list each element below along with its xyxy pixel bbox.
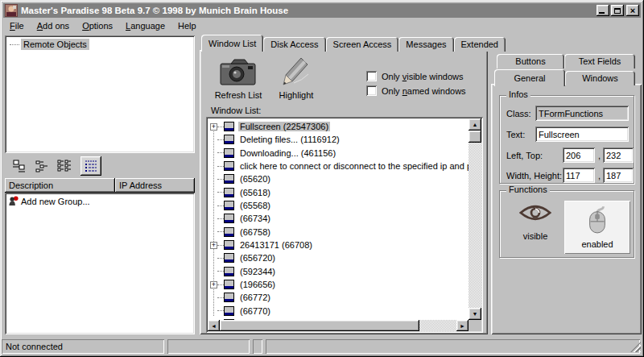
- tab-screen-access[interactable]: Screen Access: [326, 37, 399, 52]
- menu-file[interactable]: File: [3, 19, 31, 32]
- status-connection: Not connected: [2, 339, 164, 354]
- expand-plus-icon[interactable]: +: [210, 123, 217, 131]
- scroll-left-button[interactable]: ◄: [208, 320, 220, 331]
- eye-icon: [519, 204, 551, 222]
- status-bar: Not connected: [0, 338, 644, 355]
- tab-extended[interactable]: Extended: [454, 37, 506, 52]
- add-new-group-item[interactable]: Add new Group...: [8, 196, 195, 206]
- height-field[interactable]: [603, 168, 634, 183]
- window-list-row[interactable]: + (66758): [208, 226, 469, 239]
- maximize-button[interactable]: [611, 5, 624, 16]
- only-named-windows-checkbox[interactable]: Only named windows: [366, 85, 466, 96]
- details-view-button[interactable]: [80, 156, 101, 176]
- window-list-row[interactable]: + (65568): [208, 199, 469, 212]
- window-list-row[interactable]: + Deleting files... (1116912): [208, 133, 469, 146]
- tree-item-label: Remote Objects: [21, 39, 89, 50]
- window-list-row[interactable]: + Fullscreen (22547306): [208, 120, 469, 133]
- vertical-scroll-thumb[interactable]: [469, 131, 481, 143]
- app-window: Master's Paradise 98 Beta 9.7 © 1998 by …: [0, 0, 644, 357]
- list-view-button[interactable]: [55, 157, 74, 175]
- horizontal-scrollbar[interactable]: ◄ ►: [208, 320, 469, 331]
- highlight-button[interactable]: Highlight: [272, 53, 320, 100]
- vertical-scrollbar[interactable]: ▲ ▼: [469, 118, 481, 320]
- minimize-icon: [599, 12, 605, 14]
- infos-group: Infos Class: Text: Left, Top: , Width, H…: [499, 95, 634, 184]
- status-panel-2: [167, 339, 250, 354]
- group-list-header: Description IP Address: [5, 178, 195, 193]
- only-named-windows-label: Only named windows: [382, 86, 466, 96]
- functions-group-title: Functions: [506, 185, 550, 194]
- close-icon: ×: [630, 6, 635, 15]
- window-list-row[interactable]: + (65620): [208, 172, 469, 185]
- highlight-label: Highlight: [279, 90, 314, 100]
- window-list-row[interactable]: + 26413171 (66708): [208, 239, 469, 251]
- large-icons-button[interactable]: [10, 157, 29, 175]
- expand-plus-icon[interactable]: +: [210, 281, 217, 289]
- close-button[interactable]: ×: [626, 5, 639, 16]
- checkbox-box[interactable]: [366, 71, 377, 81]
- window-list-label: (65568): [238, 201, 272, 210]
- scroll-up-button[interactable]: ▲: [469, 118, 481, 131]
- tab-general[interactable]: General: [494, 69, 565, 86]
- tab-window-list[interactable]: Window List: [201, 35, 263, 52]
- large-icons-icon: [12, 160, 27, 172]
- tab-buttons[interactable]: Buttons: [497, 54, 564, 68]
- text-label: Text:: [506, 130, 525, 139]
- comma-separator: ,: [598, 171, 601, 181]
- tree-connector: [217, 245, 224, 246]
- tab-messages[interactable]: Messages: [398, 37, 453, 52]
- window-list-viewport: + Fullscreen (22547306) + Deleting files…: [208, 118, 469, 320]
- app-icon[interactable]: [5, 4, 18, 17]
- tab-disk-access[interactable]: Disk Access: [263, 37, 325, 52]
- tree-connector: [10, 44, 19, 45]
- horizontal-scroll-thumb[interactable]: [220, 320, 419, 331]
- window-list-row[interactable]: + (656720): [208, 251, 469, 264]
- width-field[interactable]: [563, 168, 595, 183]
- add-group-icon: [8, 196, 19, 206]
- menu-language[interactable]: Language: [119, 19, 171, 32]
- title-bar[interactable]: Master's Paradise 98 Beta 9.7 © 1998 by …: [3, 3, 641, 18]
- right-tab-strip-row1: Buttons Text Fields: [497, 53, 635, 69]
- window-icon: [224, 135, 234, 144]
- tree-connector: [217, 271, 224, 272]
- window-list-row[interactable]: + (66770): [208, 305, 469, 318]
- window-list-row[interactable]: + (66734): [208, 212, 469, 225]
- window-list-row[interactable]: + (592344): [208, 265, 469, 278]
- scroll-right-button[interactable]: ►: [456, 320, 469, 331]
- column-ip-address[interactable]: IP Address: [115, 178, 195, 193]
- window-list-row[interactable]: + Downloading... (461156): [208, 147, 469, 160]
- window-list-row[interactable]: + click here to connect or disconnect to…: [208, 160, 469, 172]
- window-list-row[interactable]: + (65618): [208, 186, 469, 199]
- functions-group: Functions visible enabled: [499, 190, 634, 258]
- refresh-list-button[interactable]: Refresh List: [208, 53, 269, 100]
- tab-text-fields[interactable]: Text Fields: [564, 54, 635, 68]
- visible-label: visible: [523, 231, 548, 241]
- left-field[interactable]: [563, 147, 595, 163]
- text-field[interactable]: [535, 127, 629, 142]
- minimize-button[interactable]: [597, 5, 609, 16]
- window-list-row[interactable]: + (66772): [208, 291, 469, 304]
- tree-connector: [217, 192, 224, 193]
- window-list-row[interactable]: + (196656): [208, 278, 469, 291]
- only-visible-windows-checkbox[interactable]: Only visible windows: [366, 71, 464, 81]
- window-list-items: + Fullscreen (22547306) + Deleting files…: [208, 118, 469, 320]
- small-icons-button[interactable]: [32, 157, 52, 175]
- window-icon: [224, 201, 234, 210]
- column-description[interactable]: Description: [5, 178, 115, 193]
- tree-item-remote-objects[interactable]: Remote Objects: [10, 39, 195, 50]
- enabled-toggle[interactable]: enabled: [564, 201, 630, 254]
- menu-help[interactable]: Help: [171, 19, 203, 32]
- window-list-label: (65618): [238, 188, 272, 197]
- top-field[interactable]: [603, 147, 634, 163]
- tree-connector: [217, 284, 224, 285]
- class-field[interactable]: [535, 106, 629, 121]
- window-list-label: (656720): [238, 253, 277, 263]
- checkbox-box[interactable]: [366, 85, 377, 96]
- menu-options[interactable]: Options: [76, 19, 119, 32]
- visible-toggle[interactable]: visible: [511, 204, 559, 241]
- class-label: Class:: [506, 109, 531, 118]
- tab-windows[interactable]: Windows: [565, 71, 635, 85]
- expand-plus-icon[interactable]: +: [210, 242, 217, 249]
- scroll-down-button[interactable]: ▼: [469, 308, 481, 320]
- menu-add-ons[interactable]: Add ons: [31, 19, 76, 32]
